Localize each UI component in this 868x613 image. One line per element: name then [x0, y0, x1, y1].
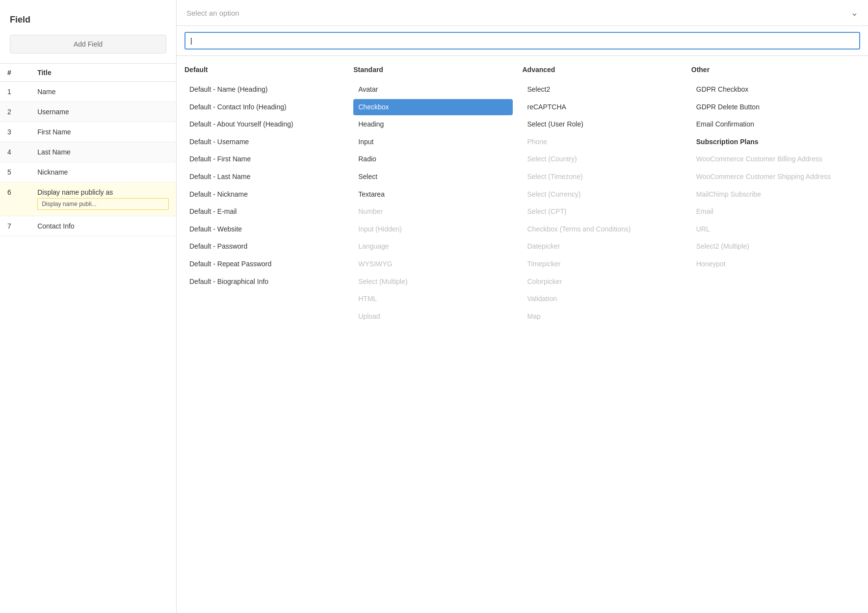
option-item: WYSIWYG: [353, 256, 512, 273]
option-item: Language: [353, 238, 512, 255]
row-title: Last Name: [30, 142, 176, 162]
option-item[interactable]: Subscription Plans: [691, 134, 850, 151]
table-row[interactable]: 1Name: [0, 82, 176, 102]
row-number: 6: [0, 182, 30, 216]
option-item: Map: [523, 308, 682, 325]
option-item[interactable]: Avatar: [353, 81, 512, 98]
option-item[interactable]: Radio: [353, 151, 512, 168]
option-item: WooCommerce Customer Shipping Address: [691, 169, 850, 185]
option-item[interactable]: Default - Username: [184, 134, 343, 151]
option-item[interactable]: Default - First Name: [184, 151, 343, 168]
option-item[interactable]: Default - Last Name: [184, 169, 343, 185]
option-item[interactable]: GDPR Checkbox: [691, 81, 850, 98]
option-item[interactable]: Input: [353, 134, 512, 151]
row-title: First Name: [30, 122, 176, 142]
option-item: Checkbox (Terms and Conditions): [523, 221, 682, 238]
option-item: Timepicker: [523, 256, 682, 273]
col-other: Other GDPR CheckboxGDPR Delete ButtonEma…: [691, 66, 860, 326]
search-box-container: [177, 26, 868, 56]
option-item[interactable]: Default - Contact Info (Heading): [184, 99, 343, 116]
option-item: URL: [691, 221, 850, 238]
table-row[interactable]: 2Username: [0, 102, 176, 122]
option-item: Number: [353, 204, 512, 220]
option-item[interactable]: Default - Repeat Password: [184, 256, 343, 273]
table-row[interactable]: 6Display name publicly asDisplay name pu…: [0, 182, 176, 216]
chevron-down-icon: ⌄: [851, 7, 858, 18]
table-row[interactable]: 5Nickname: [0, 162, 176, 182]
left-panel: Field Add Field # Title 1Name2Username3F…: [0, 0, 177, 613]
col-advanced: Advanced Select2reCAPTCHASelect (User Ro…: [523, 66, 691, 326]
option-item: Colorpicker: [523, 274, 682, 290]
option-item[interactable]: Default - Website: [184, 221, 343, 238]
option-item[interactable]: GDPR Delete Button: [691, 99, 850, 116]
option-item[interactable]: Default - Biographical Info: [184, 274, 343, 290]
row-number: 4: [0, 142, 30, 162]
option-item: Select (Timezone): [523, 169, 682, 185]
col-other-header: Other: [691, 66, 850, 74]
row-title: Display name publicly asDisplay name pub…: [30, 182, 176, 216]
option-item: Select (Currency): [523, 186, 682, 203]
options-grid: Default Default - Name (Heading)Default …: [177, 56, 868, 335]
search-input[interactable]: [184, 32, 860, 50]
option-item[interactable]: Heading: [353, 116, 512, 133]
row-number: 1: [0, 82, 30, 102]
col-default-header: Default: [184, 66, 343, 74]
col-standard: Standard AvatarCheckboxHeadingInputRadio…: [353, 66, 522, 326]
option-item: WooCommerce Customer Billing Address: [691, 151, 850, 168]
option-item: Honeypot: [691, 256, 850, 273]
option-item: HTML: [353, 291, 512, 307]
dropdown-trigger[interactable]: Select an option ⌄: [177, 0, 868, 26]
option-item[interactable]: Email Confirmation: [691, 116, 850, 133]
row-title: Contact Info: [30, 216, 176, 236]
right-panel: Select an option ⌄ Default Default - Nam…: [177, 0, 868, 613]
col-header-number: #: [0, 64, 30, 82]
option-item: Select2 (Multiple): [691, 238, 850, 255]
option-item: Select (Multiple): [353, 274, 512, 290]
option-item[interactable]: Checkbox: [353, 99, 512, 116]
table-row[interactable]: 3First Name: [0, 122, 176, 142]
row-number: 7: [0, 216, 30, 236]
option-item: Select (Country): [523, 151, 682, 168]
option-item: Validation: [523, 291, 682, 307]
row-title: Name: [30, 82, 176, 102]
dropdown-placeholder: Select an option: [186, 9, 239, 17]
option-item[interactable]: Default - About Yourself (Heading): [184, 116, 343, 133]
option-item[interactable]: Textarea: [353, 186, 512, 203]
table-row[interactable]: 4Last Name: [0, 142, 176, 162]
row-number: 2: [0, 102, 30, 122]
option-item[interactable]: Default - Password: [184, 238, 343, 255]
field-header: Field: [0, 10, 176, 35]
col-advanced-header: Advanced: [523, 66, 682, 74]
option-item: Phone: [523, 134, 682, 151]
add-field-button[interactable]: Add Field: [10, 35, 166, 53]
row-title: Username: [30, 102, 176, 122]
option-item[interactable]: Default - E-mail: [184, 204, 343, 220]
fields-table: # Title 1Name2Username3First Name4Last N…: [0, 63, 176, 236]
option-item[interactable]: reCAPTCHA: [523, 99, 682, 116]
table-row[interactable]: 7Contact Info: [0, 216, 176, 236]
tooltip: Display name publi...: [37, 198, 169, 210]
option-item: Select (CPT): [523, 204, 682, 220]
row-number: 5: [0, 162, 30, 182]
option-item: MailChimp Subscribe: [691, 186, 850, 203]
option-item: Email: [691, 204, 850, 220]
row-title: Nickname: [30, 162, 176, 182]
col-header-title: Title: [30, 64, 176, 82]
col-standard-header: Standard: [353, 66, 512, 74]
option-item[interactable]: Default - Name (Heading): [184, 81, 343, 98]
option-item: Upload: [353, 308, 512, 325]
option-item[interactable]: Default - Nickname: [184, 186, 343, 203]
option-item: Datepicker: [523, 238, 682, 255]
option-item[interactable]: Select (User Role): [523, 116, 682, 133]
option-item[interactable]: Select: [353, 169, 512, 185]
col-default: Default Default - Name (Heading)Default …: [184, 66, 353, 326]
row-number: 3: [0, 122, 30, 142]
option-item[interactable]: Select2: [523, 81, 682, 98]
option-item: Input (Hidden): [353, 221, 512, 238]
